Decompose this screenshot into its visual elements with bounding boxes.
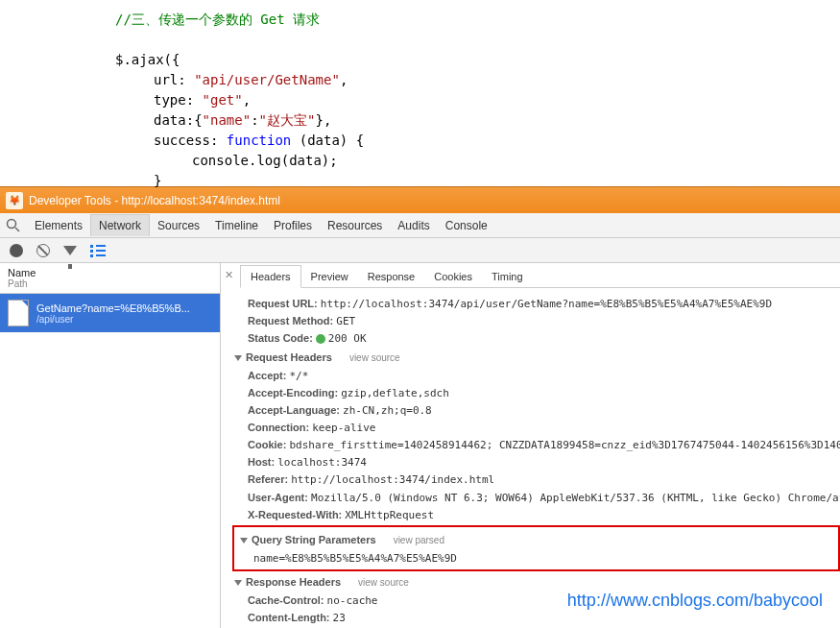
window-titlebar: 🦊 Developer Tools - http://localhost:347… — [0, 186, 840, 213]
file-icon — [8, 300, 29, 326]
chevron-down-icon — [234, 355, 242, 361]
section-query-string[interactable]: Query String Parametersview parsed — [240, 532, 834, 548]
tab-audits[interactable]: Audits — [390, 215, 437, 236]
tab-network[interactable]: Network — [90, 214, 150, 236]
svg-line-1 — [15, 228, 19, 231]
tab-preview[interactable]: Preview — [301, 266, 358, 287]
chevron-down-icon — [240, 538, 248, 543]
network-toolbar — [0, 238, 840, 263]
tab-cookies[interactable]: Cookies — [424, 266, 482, 287]
tab-profiles[interactable]: Profiles — [266, 215, 320, 236]
view-toggle[interactable] — [90, 245, 106, 256]
tab-elements[interactable]: Elements — [27, 215, 90, 236]
tab-timing[interactable]: Timing — [482, 266, 533, 287]
details-pane: ✕ Headers Preview Response Cookies Timin… — [221, 263, 840, 628]
status-dot-icon — [316, 334, 325, 344]
close-icon[interactable]: ✕ — [225, 269, 233, 281]
watermark-link: http://www.cnblogs.com/babycool — [567, 591, 823, 611]
devtools-tabs: Elements Network Sources Timeline Profil… — [0, 213, 840, 238]
section-request-headers[interactable]: Request Headersview source — [234, 350, 840, 366]
code-editor: //三、传递一个参数的 Get 请求 $.ajax({ url: "api/us… — [0, 0, 840, 186]
request-item[interactable]: GetName?name=%E8%B5%B... /api/user — [0, 294, 220, 332]
section-response-headers[interactable]: Response Headersview source — [234, 574, 840, 591]
request-path: /api/user — [36, 314, 190, 325]
app-icon: 🦊 — [6, 192, 23, 209]
list-header[interactable]: Name Path — [0, 263, 220, 294]
highlighted-section: Query String Parametersview parsed name=… — [232, 525, 840, 571]
chevron-down-icon — [234, 580, 242, 586]
window-title: Developer Tools - http://localhost:3474/… — [29, 194, 280, 207]
search-icon[interactable] — [6, 218, 21, 233]
detail-tabs: Headers Preview Response Cookies Timing — [240, 263, 840, 288]
request-name: GetName?name=%E8%B5%B... — [36, 302, 190, 314]
request-list: Name Path GetName?name=%E8%B5%B... /api/… — [0, 263, 221, 628]
tab-sources[interactable]: Sources — [150, 215, 207, 236]
filter-button[interactable] — [63, 246, 77, 255]
tab-response[interactable]: Response — [358, 266, 425, 287]
tab-headers[interactable]: Headers — [240, 265, 301, 288]
tab-timeline[interactable]: Timeline — [207, 215, 266, 236]
clear-button[interactable] — [36, 244, 50, 257]
svg-point-0 — [8, 219, 16, 228]
tab-console[interactable]: Console — [438, 215, 495, 236]
tab-resources[interactable]: Resources — [320, 215, 390, 236]
record-button[interactable] — [10, 244, 23, 257]
